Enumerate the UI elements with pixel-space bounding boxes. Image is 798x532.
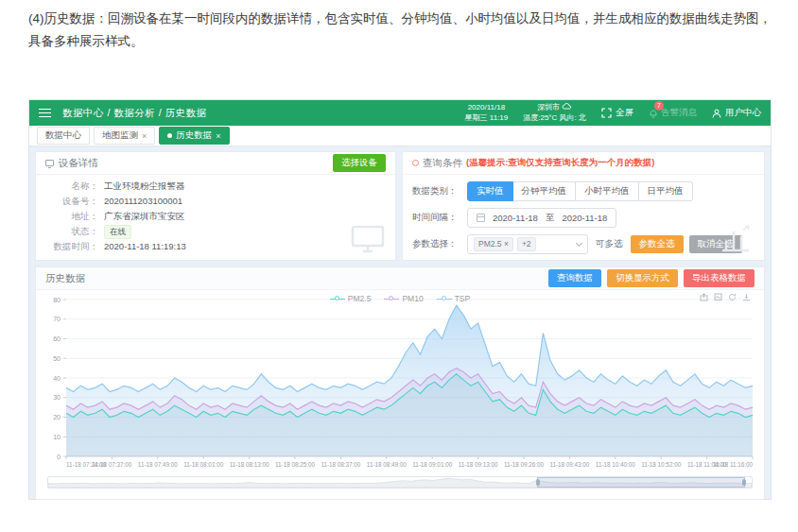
- export-table-button[interactable]: 导出表格数据: [684, 269, 755, 287]
- weather-display: 深圳市 温度:25°C 风向: 北: [523, 103, 586, 123]
- query-panel-title: 查询条件: [423, 157, 462, 170]
- query-icon: [412, 160, 419, 166]
- device-panel-title: 设备详情: [59, 157, 98, 170]
- chart-legend: PM2.5 PM10 TSP: [36, 294, 764, 303]
- end-date-value: 2020-11-18: [562, 213, 607, 223]
- category-segmented-control: 实时值 分钟平均值 小时平均值 日平均值: [467, 181, 693, 201]
- alarm-button[interactable]: 告警消息 7: [649, 107, 697, 119]
- svg-text:40: 40: [53, 375, 61, 382]
- tab-map-monitor[interactable]: 地图监测×: [94, 127, 155, 145]
- select-device-button[interactable]: 选择设备: [333, 154, 386, 172]
- calendar-icon: [477, 214, 485, 222]
- svg-text:11-18 08:49:00: 11-18 08:49:00: [367, 461, 407, 468]
- status-badge: 在线: [104, 225, 131, 239]
- doc-paragraph: (4)历史数据：回溯设备在某一时间段内的数据详情，包含实时值、分钟均值、小时均值…: [28, 8, 775, 52]
- param-tag-pm25[interactable]: PM2.5 ×: [474, 237, 513, 251]
- tab-data-center[interactable]: 数据中心: [37, 127, 90, 145]
- svg-text:10: 10: [53, 434, 61, 440]
- chart-area: PM2.5 PM10 TSP: [36, 290, 764, 489]
- device-status-row: 状态：在线: [36, 224, 395, 239]
- time-range-row: 时间间隔： 2020-11-18 至 2020-11-18: [403, 208, 764, 228]
- restore-icon[interactable]: [728, 293, 737, 301]
- monitor-watermark-icon: [350, 224, 386, 254]
- chart-plot: 0102030405060708011-18 07:24:0011-18 07:…: [40, 292, 762, 472]
- svg-text:11-18 10:52:00: 11-18 10:52:00: [641, 461, 681, 468]
- tab-bar: 数据中心 地图监测× 历史数据×: [29, 126, 771, 146]
- svg-text:11-18 08:37:00: 11-18 08:37:00: [321, 461, 360, 468]
- svg-text:11-18 08:01:00: 11-18 08:01:00: [183, 461, 223, 468]
- device-icon: [45, 160, 54, 166]
- start-date-value: 2020-11-18: [493, 213, 538, 223]
- data-category-row: 数据类别： 实时值 分钟平均值 小时平均值 日平均值: [403, 181, 764, 201]
- cloud-icon: [562, 103, 572, 110]
- datazoom-slider[interactable]: [47, 476, 753, 489]
- save-image-icon[interactable]: [714, 293, 722, 301]
- chevron-down-icon: [576, 240, 582, 247]
- legend-item-pm10[interactable]: PM10: [384, 294, 423, 303]
- svg-text:11-18 07:37:00: 11-18 07:37:00: [92, 461, 131, 468]
- svg-text:20: 20: [53, 414, 61, 420]
- param-tag-more: +2: [517, 237, 536, 251]
- history-chart-panel: 历史数据 查询数据 切换显示方式 导出表格数据 PM2.5 PM10 TSP: [35, 266, 765, 500]
- query-conditions-panel: 查询条件 (温馨提示:查询仅支持查询长度为一个月的数据) 数据类别： 实时值 分…: [402, 151, 765, 261]
- active-dot-icon: [167, 133, 172, 138]
- svg-text:11-18 09:43:00: 11-18 09:43:00: [549, 461, 589, 468]
- svg-text:11-18 08:13:00: 11-18 08:13:00: [230, 461, 269, 468]
- alarm-badge: 7: [654, 101, 664, 111]
- device-details-panel: 设备详情 选择设备 名称：工业环境粉尘报警器 设备号：2020111203100…: [35, 151, 396, 261]
- user-icon: [712, 109, 721, 118]
- device-address-row: 地址：广东省深圳市宝安区: [36, 209, 395, 224]
- switch-display-button[interactable]: 切换显示方式: [607, 269, 678, 287]
- chart-panel-title: 历史数据: [45, 272, 85, 285]
- close-icon[interactable]: ×: [216, 131, 220, 141]
- app-window: 数据中心 / 数据分析 / 历史数据 2020/11/18星期三 11:19 深…: [28, 99, 772, 500]
- svg-text:0: 0: [57, 454, 61, 460]
- category-realtime-button[interactable]: 实时值: [467, 181, 513, 201]
- query-data-button[interactable]: 查询数据: [548, 269, 601, 287]
- parameter-row: 参数选择： PM2.5 × +2 可多选 参数全选 取消全选: [403, 234, 764, 254]
- fullscreen-button[interactable]: 全屏: [601, 107, 633, 119]
- device-id-row: 设备号：2020111203100001: [36, 194, 395, 209]
- zoom-select-icon[interactable]: [700, 293, 708, 301]
- close-icon[interactable]: ×: [142, 131, 147, 141]
- datazoom-selection[interactable]: [537, 477, 744, 488]
- device-name-row: 名称：工业环境粉尘报警器: [36, 179, 395, 194]
- datazoom-left-handle[interactable]: [536, 479, 540, 486]
- svg-text:70: 70: [53, 316, 61, 322]
- legend-item-pm25[interactable]: PM2.5: [330, 294, 372, 303]
- fullscreen-icon: [601, 108, 612, 118]
- svg-text:50: 50: [53, 355, 61, 362]
- download-icon[interactable]: [742, 293, 751, 301]
- category-minute-avg-button[interactable]: 分钟平均值: [513, 181, 577, 201]
- legend-item-tsp[interactable]: TSP: [437, 294, 471, 303]
- category-day-avg-button[interactable]: 日平均值: [639, 181, 693, 201]
- chart-toolbox: [700, 293, 751, 301]
- svg-text:11-18 08:25:00: 11-18 08:25:00: [275, 461, 315, 468]
- svg-text:11-18 07:49:00: 11-18 07:49:00: [138, 461, 178, 468]
- datetime-display: 2020/11/18星期三 11:19: [465, 103, 509, 123]
- svg-text:11-18 09:26:00: 11-18 09:26:00: [504, 461, 544, 468]
- svg-text:60: 60: [53, 335, 61, 342]
- select-all-params-button[interactable]: 参数全选: [631, 235, 684, 253]
- date-range-input[interactable]: 2020-11-18 至 2020-11-18: [467, 208, 616, 228]
- app-header: 数据中心 / 数据分析 / 历史数据 2020/11/18星期三 11:19 深…: [29, 100, 771, 126]
- datazoom-right-handle[interactable]: [742, 479, 746, 486]
- svg-text:30: 30: [53, 394, 61, 401]
- svg-text:11-18 10:40:00: 11-18 10:40:00: [596, 461, 635, 468]
- svg-text:11-18 11:16:00: 11-18 11:16:00: [714, 461, 754, 468]
- device-datatime-row: 数据时间：2020-11-18 11:19:13: [36, 239, 395, 254]
- category-hour-avg-button[interactable]: 小时平均值: [576, 181, 639, 201]
- menu-icon[interactable]: [39, 109, 51, 118]
- breadcrumb: 数据中心 / 数据分析 / 历史数据: [62, 107, 207, 120]
- user-center-button[interactable]: 用户中心: [712, 107, 761, 119]
- tab-history-data[interactable]: 历史数据×: [159, 127, 229, 145]
- date-separator: 至: [546, 212, 555, 224]
- parameter-select[interactable]: PM2.5 × +2: [467, 234, 588, 254]
- query-hint: (温馨提示:查询仅支持查询长度为一个月的数据): [466, 157, 655, 169]
- barchart-watermark-icon: [720, 224, 755, 254]
- svg-text:11-18 09:13:00: 11-18 09:13:00: [459, 461, 498, 468]
- multi-select-hint: 可多选: [596, 238, 623, 250]
- svg-text:11-18 09:01:00: 11-18 09:01:00: [412, 461, 452, 468]
